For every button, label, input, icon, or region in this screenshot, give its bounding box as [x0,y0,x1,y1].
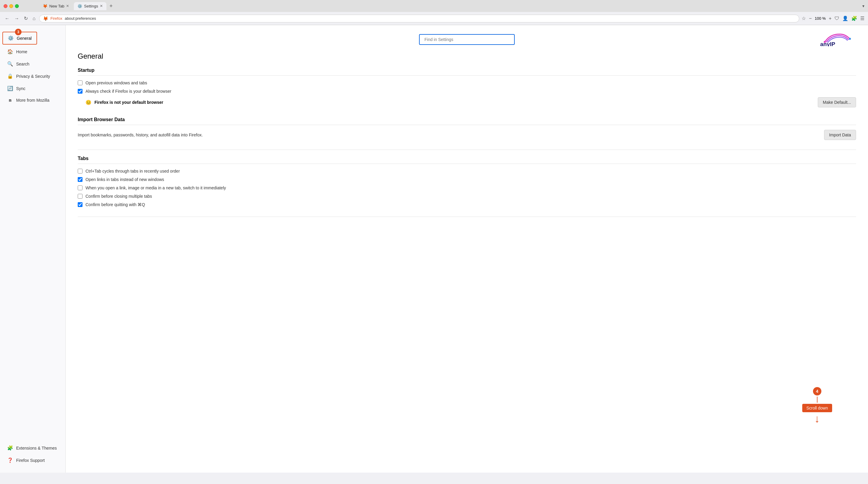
address-text: about:preferences [65,16,96,21]
traffic-lights [4,4,19,8]
tab-settings-icon: ⚙️ [78,4,82,8]
bookmark-icon[interactable]: ☆ [802,16,806,21]
open-links-checkbox[interactable] [78,177,83,182]
sidebar-sync-label: Sync [16,86,25,91]
reload-button[interactable]: ↻ [23,15,29,23]
confirm-close-label: Confirm before closing multiple tabs [86,194,152,199]
open-previous-label: Open previous windows and tabs [86,81,147,85]
page-title: General [78,52,856,60]
import-data-button[interactable]: Import Data [824,130,856,140]
ctrl-tab-checkbox[interactable] [78,169,83,173]
confirm-quit-checkbox[interactable] [78,202,83,207]
minimize-button[interactable] [9,4,13,8]
startup-section: Startup Open previous windows and tabs A… [78,67,856,107]
title-bar: 🦊 New Tab ✕ ⚙️ Settings ✕ + ▾ [0,0,868,12]
zoom-increase-icon[interactable]: + [829,16,832,21]
mozilla-icon: m [7,98,13,103]
always-check-checkbox[interactable] [78,89,83,94]
svg-point-1 [849,38,851,40]
divider-1 [78,149,856,150]
ctrl-tab-row: Ctrl+Tab cycles through tabs in recently… [78,169,856,173]
badge-number: 3 [15,29,22,35]
sidebar-item-home[interactable]: 🏠 Home [2,46,63,57]
confirm-quit-label: Confirm before quitting with ⌘Q [86,202,145,207]
always-check-label: Always check if Firefox is your default … [86,89,171,94]
browser-chrome: 🦊 New Tab ✕ ⚙️ Settings ✕ + ▾ ← → ↻ ⌂ 🦊 … [0,0,868,25]
main-content: anyIP General Startup Open previous wind… [66,25,868,473]
warning-emoji: 😐 [86,99,91,105]
sidebar-mozilla-label: More from Mozilla [16,98,49,103]
open-previous-row: Open previous windows and tabs [78,81,856,85]
back-button[interactable]: ← [4,15,11,23]
sidebar-home-label: Home [16,49,27,54]
account-icon[interactable]: 👤 [842,16,848,21]
divider-2 [78,217,856,217]
tab-new-tab[interactable]: 🦊 New Tab ✕ [39,2,73,10]
svg-text:anyIP: anyIP [820,41,835,47]
annotation-line [817,397,817,403]
forward-button[interactable]: → [13,15,20,23]
sidebar-item-support[interactable]: ❓ Firefox Support [2,454,63,466]
switch-tab-label: When you open a link, image or media in … [86,186,226,190]
scroll-label: Scroll down [802,404,832,412]
dropdown-icon[interactable]: ▾ [862,4,864,8]
default-browser-msg: Firefox is not your default browser [94,100,163,105]
find-input[interactable] [419,34,515,45]
general-icon: ⚙️ [8,35,14,41]
sidebar-extensions-label: Extensions & Themes [16,446,57,451]
nav-bar: ← → ↻ ⌂ 🦊 Firefox about:preferences ☆ − … [0,12,868,25]
zoom-level: 100 % [815,16,826,21]
extensions-icon[interactable]: 🧩 [851,16,857,21]
open-links-row: Open links in tabs instead of new window… [78,177,856,182]
tab-settings[interactable]: ⚙️ Settings ✕ [74,2,106,10]
confirm-close-row: Confirm before closing multiple tabs [78,194,856,199]
find-bar [78,34,856,45]
address-bar[interactable]: 🦊 Firefox about:preferences [39,15,800,23]
sidebar-item-mozilla[interactable]: m More from Mozilla [2,95,63,106]
always-check-row: Always check if Firefox is your default … [78,89,856,94]
tab-settings-label: Settings [84,4,98,8]
tab-close-settings[interactable]: ✕ [100,4,103,8]
open-previous-checkbox[interactable] [78,81,83,85]
sync-icon: 🔄 [7,86,13,91]
app-body: ⚙️ General 3 🏠 Home 🔍 Search 🔒 Privacy &… [0,25,868,473]
home-icon: 🏠 [7,49,13,54]
close-button[interactable] [4,4,7,8]
import-title: Import Browser Data [78,117,856,125]
sidebar-item-search[interactable]: 🔍 Search [2,58,63,70]
sidebar-item-sync[interactable]: 🔄 Sync [2,83,63,94]
open-links-label: Open links in tabs instead of new window… [86,177,164,182]
sidebar-item-privacy[interactable]: 🔒 Privacy & Security [2,70,63,82]
tab-icon: 🦊 [43,4,48,8]
sidebar-search-label: Search [16,62,29,66]
shield-icon[interactable]: 🛡 [835,16,839,21]
ctrl-tab-label: Ctrl+Tab cycles through tabs in recently… [86,169,180,173]
search-icon: 🔍 [7,61,13,67]
import-row: Import bookmarks, passwords, history, an… [78,130,856,140]
zoom-decrease-icon[interactable]: − [809,16,811,21]
startup-title: Startup [78,67,856,76]
firefox-brand-icon: 🦊 [43,16,48,21]
switch-tab-checkbox[interactable] [78,186,83,190]
sidebar-item-extensions[interactable]: 🧩 Extensions & Themes [2,442,63,454]
tab-bar: 🦊 New Tab ✕ ⚙️ Settings ✕ + [36,0,860,12]
annotation-badge: 4 [813,387,822,395]
scroll-annotation: 4 Scroll down ↓ [802,387,832,424]
maximize-button[interactable] [15,4,19,8]
tabs-title: Tabs [78,156,856,164]
support-icon: ❓ [7,457,13,463]
home-button[interactable]: ⌂ [31,15,37,23]
new-tab-button[interactable]: + [107,2,115,10]
make-default-button[interactable]: Make Default... [818,97,856,107]
tabs-section: Tabs Ctrl+Tab cycles through tabs in rec… [78,156,856,207]
sidebar-general-label: General [17,36,32,41]
tab-close-new-tab[interactable]: ✕ [66,4,69,8]
nav-icons: ☆ − 100 % + 🛡 👤 🧩 ☰ [802,16,864,21]
address-brand: Firefox [51,16,62,21]
menu-icon[interactable]: ☰ [860,16,864,21]
confirm-close-checkbox[interactable] [78,194,83,199]
lock-icon: 🔒 [7,73,13,79]
sidebar-support-label: Firefox Support [16,458,45,463]
tab-label: New Tab [49,4,64,8]
default-browser-row: 😐 Firefox is not your default browser Ma… [86,97,856,107]
